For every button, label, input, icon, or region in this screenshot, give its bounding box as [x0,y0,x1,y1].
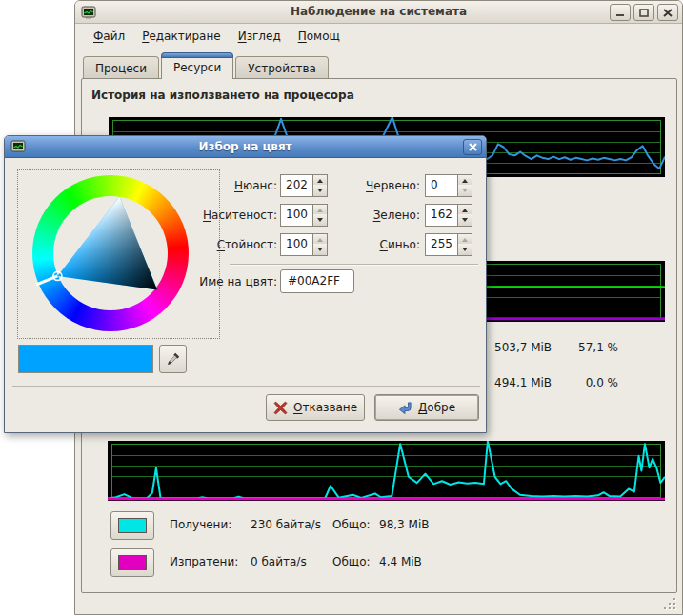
arrow-up-icon [462,238,468,242]
cancel-button-label: Отказване [293,401,357,414]
received-label: Получени: [170,518,231,531]
color-name-label: Име на цвят: [167,270,277,293]
tab-processes[interactable]: Процеси [83,56,159,79]
sent-total-label: Общо: [332,555,371,568]
menu-file[interactable]: Файл [85,27,133,46]
minimize-icon [615,9,625,17]
value-label: Стойност: [119,233,277,256]
arrow-down-icon [462,248,468,251]
sent-color-swatch [118,555,147,570]
arrow-up-icon [462,209,468,212]
ok-return-arrow-icon [398,401,412,415]
close-icon [663,9,673,17]
received-total-label: Общо: [332,518,371,531]
minimize-button[interactable] [610,4,631,21]
tab-devices[interactable]: Устройства [235,56,329,79]
close-button[interactable] [657,4,678,21]
sent-total: 4,4 MiB [379,555,422,568]
eyedropper-button[interactable] [159,345,187,373]
maximize-button[interactable] [633,4,654,21]
saturation-entry[interactable]: 100 [280,204,313,227]
color-preview [18,345,153,373]
eyedropper-icon [166,351,181,367]
dialog-close-button[interactable] [463,139,482,155]
memory-percent: 57,1 % [547,341,618,354]
arrow-down-icon [462,189,468,192]
spin-down-button[interactable] [458,244,472,255]
arrow-up-icon [462,179,468,183]
green-entry[interactable]: 162 [425,204,458,227]
sent-label: Изпратени: [170,555,238,568]
network-history-chart [108,441,665,501]
maximize-icon [639,9,649,17]
received-total: 98,3 MiB [379,518,429,531]
arrow-down-icon [462,218,468,222]
status-bar [76,593,681,613]
menu-help[interactable]: Помощ [290,27,349,46]
menu-edit[interactable]: Редактиране [133,27,230,46]
ok-button-label: Добре [418,401,455,414]
memory-amount: 503,7 MiB [494,341,552,354]
network-received-row: Получени: 230 байта/s Общо: 98,3 MiB [110,511,663,540]
color-name-entry[interactable]: #00A2FF [280,269,354,293]
window-title: Наблюдение на системата [75,5,682,18]
green-label: Зелено: [319,204,420,227]
ok-button[interactable]: Добре [374,394,479,421]
menu-bar: Файл Редактиране Изглед Помощ [75,25,682,48]
titlebar[interactable]: Наблюдение на системата [75,1,682,24]
dialog-title: Избор на цвят [5,140,486,153]
swap-percent: 0,0 % [547,376,618,389]
sent-color-button[interactable] [110,548,154,577]
red-spinner[interactable]: 0 [425,174,472,197]
resize-grip[interactable] [664,598,675,609]
received-rate: 230 байта/s [251,518,321,531]
close-icon [469,143,477,151]
tab-resources[interactable]: Ресурси [161,52,233,79]
red-label: Червено: [319,174,420,197]
hue-entry[interactable]: 202 [280,174,313,197]
cpu-history-title: История на използването на процесора [91,89,354,102]
dialog-titlebar[interactable]: Избор на цвят [5,136,486,158]
hue-label: Нюанс: [119,174,277,197]
blue-label: Синьо: [319,233,420,256]
swap-amount: 494,1 MiB [494,376,552,389]
cancel-x-icon [273,401,288,415]
red-entry[interactable]: 0 [425,174,458,197]
saturation-label: Наситеност: [119,204,277,227]
received-color-swatch [118,518,147,533]
sent-rate: 0 байта/s [251,555,307,568]
tab-bar: Процеси Ресурси Устройства [83,51,331,79]
spin-down-button[interactable] [458,185,472,196]
blue-spinner[interactable]: 255 [425,233,472,256]
spin-down-button[interactable] [458,214,472,226]
menu-view[interactable]: Изглед [230,27,290,46]
value-entry[interactable]: 100 [280,233,313,256]
green-spinner[interactable]: 162 [425,204,472,227]
received-color-button[interactable] [110,511,154,540]
fields-separator [230,264,478,266]
cancel-button[interactable]: Отказване [266,394,365,421]
series-received-bytes [108,441,665,498]
actions-separator [12,386,480,387]
hue-marker-line [36,276,57,285]
color-picker-dialog: Избор на цвят [4,135,487,433]
network-sent-row: Изпратени: 0 байта/s Общо: 4,4 MiB [110,548,663,577]
blue-entry[interactable]: 255 [425,233,458,256]
